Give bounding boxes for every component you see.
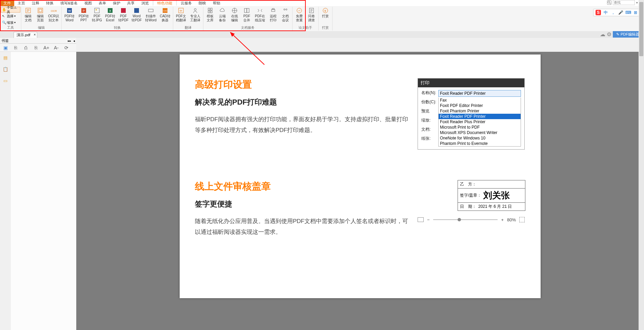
menu-cloud[interactable]: 云服务 [177,0,195,6]
edit-page-button[interactable]: 编辑 页面 [35,7,46,22]
printer-opt[interactable]: Foxit Phantom Printer [439,108,521,114]
pdf-translate[interactable]: 中PDF文 档翻译 [175,7,187,22]
ime-mic-icon[interactable]: 🎤 [618,10,623,15]
remote-print[interactable]: 远程 打印 [268,7,279,22]
search-input[interactable] [613,0,635,5]
doc-meeting[interactable]: 文档 会议 [280,7,291,22]
select-tool[interactable]: ↖选择▾ [1,13,20,19]
svg-rect-15 [134,8,139,13]
search-dropdown-icon[interactable]: ▾ [636,1,638,4]
menu-protect[interactable]: 保护 [109,0,124,6]
ime-lang[interactable]: 中 [603,10,608,15]
human-icon [192,7,199,14]
bookmark-collapse-icon[interactable]: ▸▸ [68,39,71,43]
expand-icon[interactable] [519,217,525,222]
document-view[interactable]: 高级打印设置 解决常见的PDF打印难题 福昕PDF阅读器拥有强大的打印功能，界面… [76,52,644,330]
tab-close-icon[interactable]: × [34,33,36,37]
side-pages-icon[interactable]: ▤ [2,54,9,61]
document-tab[interactable]: 演示.pdf × [14,32,37,38]
menu-form[interactable]: 表单 [95,0,109,6]
menu-view[interactable]: 视图 [81,0,95,6]
ocr-button[interactable]: OCROCR识 别文本 [47,7,60,22]
survey[interactable]: 问卷 调查 [306,7,317,22]
template-lib[interactable]: 模板 文库 [205,7,216,22]
pdf-compress[interactable]: PDF在 线压缩 [254,7,266,22]
donate-icon: ¥ [322,7,329,14]
pdf-merge[interactable]: PDF 合并 [241,7,252,22]
zoom-minus[interactable]: − [427,217,430,222]
ime-punct-icon[interactable]: ， [610,10,616,15]
zoom-thumb[interactable] [458,218,461,221]
menu-file[interactable]: 文件 [0,0,14,6]
pdf-to-jpg[interactable]: PDF 转JPG [92,7,102,22]
menu-share[interactable]: 共享 [124,0,138,6]
printer-opt[interactable]: Microsoft Print to PDF [439,125,521,130]
printer-dropdown[interactable]: Fax Foxit PDF Editor Printer Foxit Phant… [438,97,521,147]
scrollbar-thumb[interactable] [639,52,643,56]
ime-s-icon[interactable]: S [596,10,601,15]
printer-opt[interactable]: Phantom Print to Evernote [439,141,521,146]
menu-read[interactable]: 朗映 [195,0,209,6]
bm-tool-7[interactable]: ⟳ [64,45,69,50]
edit-doc-button[interactable]: 编辑 文档 [23,7,34,22]
settings-icon[interactable]: ⚙ [607,31,611,38]
print-icon [270,7,277,14]
svg-point-32 [286,9,287,10]
word-to-pdf[interactable]: Word 转PDF [130,7,143,22]
menu-separator [153,1,153,5]
printer-opt[interactable]: Foxit Reader Plus Printer [439,119,521,125]
bm-tool-5[interactable]: A+ [43,45,49,50]
printer-opt[interactable]: OneNote for Windows 10 [439,135,521,141]
ime-grid-icon[interactable]: ⊞ [633,10,638,15]
bm-tool-2[interactable]: ⎘ [13,45,18,50]
cad-convert[interactable]: CADCAD转 换器 [159,7,172,22]
document-tab-name: 演示.pdf [17,33,30,37]
bm-tool-6[interactable]: A- [54,45,59,50]
zoom-plus[interactable]: + [501,217,504,222]
side-clipboard-icon[interactable]: 📋 [2,65,9,73]
pdf-to-ppt[interactable]: PPDF转 PPT [77,7,90,22]
side-note-icon[interactable]: ▭ [2,77,9,84]
menu-comment[interactable]: 注释 [28,0,43,6]
bookmark-close-icon[interactable]: ◂ [73,39,75,43]
cloud-backup[interactable]: 云端 备份 [217,7,228,22]
zoom-tool[interactable]: 🔍缩放▾ [1,20,20,25]
menu-help[interactable]: 帮助 [209,0,224,6]
sign-party-label: 乙 方： [460,181,476,187]
svg-text:CAD: CAD [163,10,167,12]
pdf-to-excel[interactable]: XPDF转 Excel [104,7,117,22]
printer-opt-selected[interactable]: Foxit Reader PDF Printer [439,114,521,119]
zoom-slider[interactable] [433,219,498,220]
menu-convert[interactable]: 转换 [43,0,57,6]
menu-home[interactable]: 主页 [14,0,28,6]
free-check[interactable]: 免费 查重 [294,7,305,22]
pdf-editor-button[interactable]: ✎ PDF编辑器 [613,31,643,38]
svg-rect-3 [38,8,43,13]
printer-select[interactable]: Foxit Reader PDF Printer [438,90,521,97]
search-icon[interactable] [607,0,611,5]
hand-tool[interactable]: ✋手型工具 [1,7,20,13]
menubar: 文件 主页 注释 转换 填写&签名 视图 表单 保护 共享 浏览 特色功能 云服… [0,0,644,6]
pdf-to-word[interactable]: WPDF转 Word [63,7,76,22]
printer-opt[interactable]: Microsoft XPS Document Writer [439,130,521,135]
bm-tool-4[interactable]: ⎘ [33,45,39,50]
printer-opt[interactable]: Foxit PDF Editor Printer [439,103,521,108]
svg-text:X: X [109,9,111,13]
menu-fillsign[interactable]: 填写&签名 [57,0,81,6]
menu-browse[interactable]: 浏览 [138,0,152,6]
donate-button[interactable]: ¥打赏 [320,7,331,18]
zoom-view-icon[interactable] [418,217,424,222]
cloud-icon[interactable]: ☁ [600,31,605,38]
printer-opt[interactable]: Fax [439,97,521,103]
section2-title: 线上文件审核盖章 [195,180,408,193]
excel-icon: X [107,7,114,14]
menu-features[interactable]: 特色功能 [154,0,176,6]
pdf-to-pdf[interactable]: PDF 转PDF [118,7,129,22]
scan-to-word[interactable]: 扫描件 转Word [144,7,157,22]
bm-tool-3[interactable]: ⎙ [23,45,28,50]
bm-tool-1[interactable]: ▣ [3,45,8,50]
vertical-scrollbar[interactable] [639,52,644,330]
human-translate[interactable]: 专业人 工翻译 [189,7,202,22]
online-edit[interactable]: 在线 编辑 [229,7,240,22]
ime-keyboard-icon[interactable]: ⌨ [625,10,631,15]
